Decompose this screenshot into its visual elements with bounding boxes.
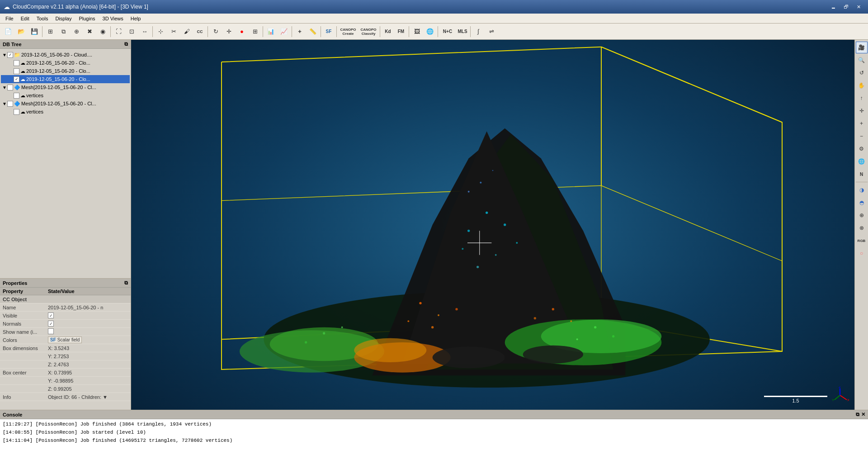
stats-button[interactable]: 📈 [278, 25, 290, 38]
db-tree-float-btn[interactable]: ⧉ [124, 41, 128, 47]
canopo-classify-button[interactable]: CANOPOClassify [359, 25, 378, 38]
menu-item-file[interactable]: File [2, 15, 17, 22]
expand-icon[interactable]: ▼ [2, 85, 7, 90]
rgb-rt-button[interactable]: RGB [856, 235, 868, 246]
tree-checkbox-mesh2[interactable] [7, 101, 13, 107]
fit-all-button[interactable]: ⛶ [112, 25, 125, 38]
prop-normals-value[interactable]: ✓ [45, 320, 131, 328]
pick-rt-button[interactable]: ↑ [856, 92, 868, 104]
properties-float-btn[interactable]: ⧉ [124, 280, 128, 286]
tree-item-mesh2[interactable]: ▼ 🔷 Mesh[2019-12-05_15-06-20 - Cl... [1, 99, 130, 108]
select-entities-button[interactable]: ⊞ [44, 25, 57, 38]
tree-checkbox-cloud1-2[interactable] [14, 68, 19, 74]
console-content: [11:29:27] [PoissonRecon] Job finished (… [0, 419, 868, 464]
scalar-field-badge[interactable]: SF Scalar field [48, 336, 82, 343]
cross-section-button[interactable]: ✛ [222, 25, 235, 38]
right-toolbar: 🎥 🔍 ↺ ✋ ↑ ✛ + − ⚙ 🌐 N ◑ ◓ ⊕ ⊗ RGB ○ [854, 40, 868, 410]
new-button[interactable]: 📄 [2, 25, 14, 38]
mesh-icon: 🔷 [14, 101, 20, 107]
zoomout-rt-button[interactable]: − [856, 130, 868, 142]
curve-button[interactable]: ∫ [472, 25, 485, 38]
arrows-button[interactable]: ⇌ [485, 25, 498, 38]
point-picking-button[interactable]: ⊹ [154, 25, 167, 38]
tree-checkbox-cloud1[interactable]: ✓ [7, 52, 13, 58]
tree-checkbox-cloud1-3[interactable]: ✓ [14, 76, 19, 82]
sample-button[interactable]: ◉ [96, 25, 109, 38]
prop-row-normals: Normals ✓ [0, 320, 131, 328]
add-button[interactable]: + [293, 25, 306, 38]
delete-button[interactable]: ✖ [83, 25, 96, 38]
tree-item-mesh1[interactable]: ▼ 🔷 Mesh[2019-12-05_15-06-20 - Cl... [1, 83, 130, 91]
fit-selected-button[interactable]: ⊡ [125, 25, 138, 38]
camera-rt-button[interactable]: 🎥 [856, 42, 868, 53]
clone-button[interactable]: ⧉ [57, 25, 70, 38]
open-button[interactable]: 📂 [15, 25, 28, 38]
console-float-btn[interactable]: ⧉ [856, 412, 859, 417]
rotate-button[interactable]: ↻ [209, 25, 222, 38]
maximize-button[interactable]: 🗗 [840, 2, 852, 11]
expand-icon[interactable]: ▼ [2, 52, 7, 57]
menu-item-display[interactable]: Display [52, 15, 75, 22]
plugin3-rt-button[interactable]: ⊕ [856, 209, 868, 221]
globe-rt-button[interactable]: 🌐 [856, 156, 868, 167]
north-rt-button[interactable]: N [856, 168, 868, 180]
cc-button[interactable]: CC [193, 25, 206, 38]
zoom-rt-button[interactable]: 🔍 [856, 54, 868, 66]
translate-rt-button[interactable]: ✛ [856, 105, 868, 117]
settings-rt-button[interactable]: ⚙ [856, 143, 868, 155]
canopo-create-button[interactable]: CANOPOCreate [338, 25, 358, 38]
console-close-btn[interactable]: ✕ [861, 412, 865, 417]
paintbrush-button[interactable]: 🖌 [180, 25, 193, 38]
tree-item-mesh1-vertices[interactable]: ☁ vertices [1, 91, 130, 99]
render-button[interactable]: 🖼 [410, 25, 423, 38]
tree-checkbox-mesh1[interactable] [7, 85, 13, 90]
prop-info-value[interactable]: Object ID: 66 - Children: ▼ [45, 393, 131, 401]
menu-item-3dviews[interactable]: 3D Views [99, 15, 127, 22]
tree-checkbox-cloud1-1[interactable] [14, 60, 19, 66]
globe-button[interactable]: 🌐 [424, 25, 436, 38]
viewport-3d[interactable]: 1.5 X Y Z [131, 40, 854, 410]
segment-button[interactable]: ✂ [167, 25, 180, 38]
plugin1-rt-button[interactable]: ◑ [856, 184, 868, 196]
menu-item-plugins[interactable]: Plugins [75, 15, 99, 22]
fm-button[interactable]: FM [395, 25, 407, 38]
merge-button[interactable]: ⊕ [70, 25, 83, 38]
tree-label-mesh2: Mesh[2019-12-05_15-06-20 - Cl... [21, 101, 129, 106]
sf-button[interactable]: SF [322, 25, 335, 38]
histogram-button[interactable]: 📊 [264, 25, 277, 38]
tree-item-cloud1-2[interactable]: ☁ 2019-12-05_15-06-20 - Clo... [1, 67, 130, 75]
plugin4-rt-button[interactable]: ⊗ [856, 222, 868, 234]
menu-item-tools[interactable]: Tools [33, 15, 52, 22]
kd-button[interactable]: Kd [382, 25, 394, 38]
zoomin-rt-button[interactable]: + [856, 118, 868, 129]
circle-rt-button[interactable]: ○ [856, 247, 868, 259]
tree-checkbox-mesh2-v[interactable] [14, 109, 19, 115]
mls-button[interactable]: MLS [456, 25, 469, 38]
plugin2-rt-button[interactable]: ◓ [856, 197, 868, 208]
tree-item-mesh2-vertices[interactable]: ☁ vertices [1, 108, 130, 116]
visible-checkbox[interactable]: ✓ [48, 312, 54, 318]
prop-showname-value[interactable] [45, 328, 131, 336]
menu-item-help[interactable]: Help [127, 15, 145, 22]
menu-item-edit[interactable]: Edit [17, 15, 33, 22]
normals-checkbox[interactable]: ✓ [48, 321, 54, 327]
minimize-button[interactable]: 🗕 [827, 2, 839, 11]
measure-button[interactable]: 📏 [307, 25, 319, 38]
tree-checkbox-mesh1-v[interactable] [14, 93, 19, 99]
tree-item-cloud1[interactable]: ▼ ✓ 📁 2019-12-05_15-06-20 - Cloud.... [1, 51, 130, 59]
pan-rt-button[interactable]: ✋ [856, 80, 868, 91]
close-button[interactable]: ✕ [853, 2, 864, 11]
nc-button[interactable]: N+C [439, 25, 456, 38]
connect-button[interactable]: ↔ [138, 25, 151, 38]
expand-icon[interactable]: ▼ [2, 101, 7, 106]
sf-icon: SF [50, 337, 56, 342]
unroll-button[interactable]: ⊞ [249, 25, 261, 38]
profile-button[interactable]: ● [236, 25, 248, 38]
tree-item-cloud1-1[interactable]: ☁ 2019-12-05_15-06-20 - Clo... [1, 59, 130, 67]
prop-visible-value[interactable]: ✓ [45, 312, 131, 320]
showname-checkbox[interactable] [48, 328, 54, 334]
rotate-rt-button[interactable]: ↺ [856, 67, 868, 79]
save-button[interactable]: 💾 [28, 25, 41, 38]
tree-item-cloud1-3[interactable]: ✓ ☁ 2019-12-05_15-06-20 - Clo... [1, 75, 130, 83]
prop-colors-value[interactable]: SF Scalar field [45, 336, 131, 344]
